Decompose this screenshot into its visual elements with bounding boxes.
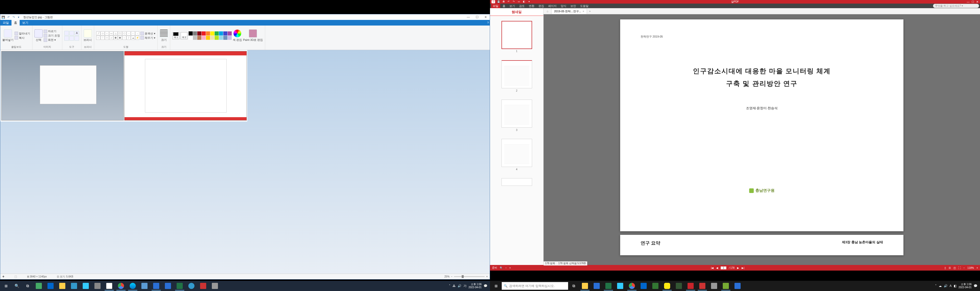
tray-ime-icon[interactable]: A — [950, 284, 952, 288]
tray-misc-icon[interactable]: ◧ — [954, 284, 956, 288]
palette-swatch[interactable] — [228, 36, 232, 40]
taskbar-search-input[interactable]: 🔍 검색하려면 여기에 입력하십시오. — [502, 282, 568, 290]
palette-swatch[interactable] — [210, 36, 215, 40]
taskbar-app[interactable] — [614, 281, 626, 291]
close-button[interactable]: ✕ — [976, 0, 978, 3]
taskbar-app[interactable] — [732, 281, 743, 291]
taskbar-chrome[interactable] — [626, 281, 638, 291]
search-button[interactable]: 🔍 — [12, 281, 22, 291]
qat-btn5-icon[interactable]: ▭ — [517, 0, 520, 3]
taskbar-kakaotalk[interactable] — [662, 281, 673, 291]
taskbar-app[interactable] — [638, 281, 649, 291]
palette-swatch[interactable] — [215, 36, 219, 40]
palette-swatch[interactable] — [215, 32, 219, 35]
thumbnail-page-4[interactable]: 4 — [501, 139, 532, 167]
palette-swatch[interactable] — [193, 36, 197, 40]
tell-me-search[interactable]: 무엇을 하고 싶으세요? ▾ — [933, 4, 979, 8]
size-button[interactable]: 크기 — [160, 29, 168, 42]
zoom-out-button[interactable]: − — [963, 267, 965, 269]
system-tray[interactable]: ˄ 🖧 🔊 가 오후 1:062022-04-01 💬 — [449, 283, 489, 289]
tray-volume-icon[interactable]: 🔊 — [458, 284, 461, 288]
taskbar-chrome[interactable] — [115, 281, 127, 291]
qat-more-icon[interactable]: ▾ — [17, 15, 21, 19]
view-fullscreen-icon[interactable]: ⛶ — [958, 267, 961, 269]
help-icon[interactable]: ? — [486, 21, 490, 25]
select-button[interactable]: 선택 — [35, 29, 43, 42]
save-icon[interactable]: 💾 — [1, 15, 5, 19]
last-page-button[interactable]: ▶| — [741, 267, 745, 269]
zoom-slider[interactable] — [454, 276, 485, 277]
menu-form[interactable]: 양식 — [559, 3, 568, 8]
shape-gallery[interactable]: ╱◇○▭△⬠⬡→↑↓ ☆♡⬭▱⬟⬢↔⤴☁⚡ — [96, 32, 139, 40]
tray-ime-icon[interactable]: 가 — [463, 284, 466, 288]
palette-swatch[interactable] — [219, 32, 223, 35]
tray-notifications-icon[interactable]: 💬 — [974, 284, 977, 288]
outline-button[interactable]: 윤곽선 ▾ — [140, 32, 156, 35]
view-single-icon[interactable]: ▯ — [945, 267, 946, 269]
thumbnail-page-5[interactable] — [501, 178, 532, 186]
crop-button[interactable]: 자르기 — [44, 29, 60, 33]
maximize-button[interactable]: ☐ — [474, 15, 480, 19]
taskbar-explorer[interactable] — [579, 281, 590, 291]
taskbar-app[interactable] — [162, 281, 173, 291]
thumbnail-page-3[interactable]: 3 — [501, 100, 532, 128]
pdf-page-2-top[interactable]: 연구 요약 제3장 충남 농촌마을의 실태 — [620, 235, 904, 255]
tray-network-icon[interactable]: 🖧 — [452, 284, 455, 288]
first-page-button[interactable]: |◀ — [711, 267, 714, 269]
qat-print-icon[interactable]: 🖶 — [502, 0, 505, 3]
palette-swatch[interactable] — [223, 32, 228, 35]
taskbar-paint[interactable] — [103, 281, 115, 291]
menu-edit[interactable]: 편집 — [537, 3, 546, 8]
search-footer-icon[interactable]: 🔍 — [500, 267, 503, 269]
palette-swatch[interactable] — [189, 32, 192, 35]
view-facing-icon[interactable]: ◫ — [953, 267, 956, 269]
menu-home[interactable]: 홈 — [501, 3, 507, 8]
start-button[interactable]: ⊞ — [1, 281, 11, 291]
task-view-button[interactable]: ⧉ — [22, 281, 33, 291]
thumbnail-page-2[interactable]: 2 — [501, 60, 532, 88]
palette-swatch[interactable] — [197, 32, 201, 35]
taskbar-app[interactable] — [197, 281, 209, 291]
maximize-button[interactable]: ☐ — [972, 0, 974, 3]
cut-button[interactable]: 잘라내기 — [14, 32, 30, 35]
palette-swatch[interactable] — [202, 32, 206, 35]
qat-more-icon[interactable]: ▾ — [527, 0, 531, 3]
tray-volume-icon[interactable]: 🔊 — [944, 284, 948, 288]
taskbar-alpdf[interactable] — [685, 281, 696, 291]
taskbar-app[interactable] — [57, 281, 68, 291]
rotate-button[interactable]: 회전 ▾ — [44, 38, 60, 42]
view-tab[interactable]: 보기 — [20, 20, 31, 25]
taskbar-ie[interactable] — [186, 281, 197, 291]
thumbnail-list[interactable]: 1 2 3 4 — [490, 16, 543, 265]
app-icon[interactable]: ⎙ — [492, 0, 495, 3]
palette-swatch[interactable] — [197, 36, 201, 40]
menu-page[interactable]: 페이지 — [546, 3, 558, 8]
palette-swatch[interactable] — [228, 32, 232, 35]
palette-swatch[interactable] — [193, 32, 197, 35]
home-tab[interactable]: 홈 — [11, 20, 20, 25]
palette-swatch[interactable] — [202, 36, 206, 40]
resize-button[interactable]: 크기 조정 — [44, 34, 60, 38]
menu-review[interactable]: 검토 — [517, 3, 527, 8]
taskbar-app[interactable] — [33, 281, 45, 291]
start-button[interactable]: ⊞ — [491, 281, 501, 291]
qat-btn6-icon[interactable]: ◧ — [522, 0, 526, 3]
zoom-in-button[interactable]: + — [977, 267, 978, 269]
taskbar-app[interactable] — [673, 281, 684, 291]
new-tab-button[interactable]: + — [587, 10, 593, 13]
tray-chevron-icon[interactable]: ˄ — [935, 284, 937, 288]
pdf-page-1[interactable]: 전략연구 2019-05 인구감소시대에 대응한 마을 모니터링 체계 구축 및… — [620, 19, 904, 231]
qat-redo-icon[interactable]: ↷ — [512, 0, 515, 3]
palette-swatch[interactable] — [219, 36, 223, 40]
zoom-in-footer[interactable]: + — [509, 267, 511, 269]
color1-button[interactable]: 색 1 — [172, 32, 180, 39]
taskbar-excel[interactable] — [603, 281, 614, 291]
taskbar-app[interactable] — [45, 281, 56, 291]
taskbar-excel[interactable] — [174, 281, 185, 291]
close-button[interactable]: ✕ — [483, 15, 489, 19]
canvas-area[interactable] — [0, 50, 490, 274]
taskbar-app[interactable] — [209, 281, 221, 291]
palette-swatch[interactable] — [189, 36, 192, 40]
palette-swatch[interactable] — [206, 36, 210, 40]
system-tray[interactable]: ˄ ☁ 🔊 A ◧ 오후 1:062022-04-01 💬 — [935, 283, 979, 289]
